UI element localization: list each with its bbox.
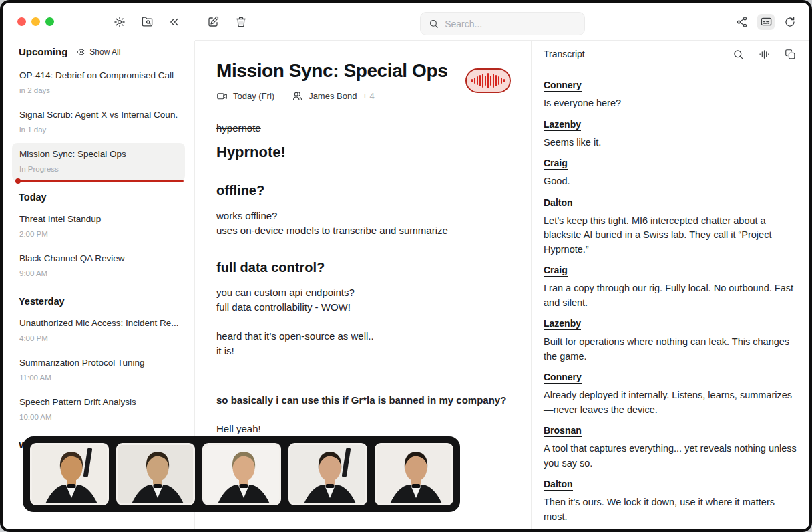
transcript-entry: CraigI ran a copy through our rig. Fully… bbox=[544, 264, 797, 310]
note-block-p-bold: so basically i can use this if Gr*la is … bbox=[216, 393, 512, 408]
attendees-icon bbox=[292, 90, 303, 102]
waveform-bar bbox=[501, 78, 502, 84]
sidebar-item-subtitle: 9:00 AM bbox=[19, 269, 178, 277]
sidebar-item[interactable]: Summarization Protocol Tuning11:00 AM bbox=[12, 352, 185, 390]
speaker-photo-dalton[interactable] bbox=[375, 443, 453, 505]
app-window: Upcoming Show All OP-414: Debrief on Com… bbox=[0, 0, 812, 532]
note-date[interactable]: Today (Fri) bbox=[233, 91, 274, 101]
sidebar-item-title: Summarization Protocol Tuning bbox=[19, 358, 178, 368]
sidebar-group-heading: Yesterday bbox=[3, 287, 194, 311]
note-line: so basically i can use this if Gr*la is … bbox=[216, 393, 512, 408]
speaker-photo-brosnan[interactable] bbox=[288, 443, 367, 505]
window-toolbar-right bbox=[733, 3, 799, 41]
collapse-sidebar-icon[interactable] bbox=[166, 14, 183, 30]
transcript-panel: Transcript bbox=[531, 41, 809, 529]
top-toolbar bbox=[3, 3, 809, 41]
transcript-speaker[interactable]: Lazenby bbox=[544, 119, 581, 131]
note-title[interactable]: Mission Sync: Special Ops bbox=[216, 61, 447, 82]
transcript-body: ConneryIs everyone here?LazenbySeems lik… bbox=[532, 68, 809, 529]
sidebar-group-heading: Today bbox=[3, 182, 194, 207]
transcript-speaker[interactable]: Connery bbox=[544, 80, 582, 92]
sidebar-item-subtitle: in 1 day bbox=[19, 126, 178, 134]
refresh-plus-icon[interactable] bbox=[781, 14, 799, 30]
sidebar-item-subtitle: In Progress bbox=[19, 165, 178, 173]
transcript-entry: CraigGood. bbox=[544, 157, 797, 189]
close-button[interactable] bbox=[17, 17, 26, 26]
transcript-text: Then it’s ours. We lock it down, use it … bbox=[544, 495, 797, 524]
zoom-button[interactable] bbox=[45, 17, 54, 26]
minimize-button[interactable] bbox=[31, 17, 40, 26]
recording-progress-line bbox=[17, 180, 184, 182]
transcript-text: Seems like it. bbox=[544, 136, 797, 150]
note-block-h2: Hyprnote! bbox=[216, 144, 512, 161]
transcript-title: Transcript bbox=[544, 49, 585, 59]
share-icon[interactable] bbox=[733, 14, 751, 30]
sidebar-item-title: Threat Intel Standup bbox=[19, 214, 178, 224]
waveform-bar bbox=[485, 76, 486, 86]
sidebar-item-subtitle: in 2 days bbox=[19, 86, 178, 94]
note-line: Hell yeah! bbox=[216, 422, 512, 436]
settings-icon[interactable] bbox=[111, 14, 128, 30]
eye-icon bbox=[77, 47, 86, 57]
transcript-speaker[interactable]: Craig bbox=[544, 265, 568, 277]
note-line: heard that it’s open-source as well.. bbox=[216, 329, 512, 344]
audio-lines-icon[interactable] bbox=[755, 46, 773, 62]
trash-icon[interactable] bbox=[232, 14, 250, 30]
sidebar-item[interactable]: Unauthorized Mic Access: Incident Re...4… bbox=[12, 312, 185, 350]
attendee-extra-count[interactable]: + 4 bbox=[362, 91, 374, 101]
note-line: full data controllability - WOW! bbox=[216, 300, 512, 315]
transcript-search-icon[interactable] bbox=[729, 46, 747, 62]
note-block-strike: hypernote bbox=[216, 122, 512, 134]
transcript-entry: LazenbySeems like it. bbox=[544, 118, 797, 150]
sidebar-item-title: OP-414: Debrief on Compromised Call bbox=[19, 70, 178, 80]
transcript-speaker[interactable]: Lazenby bbox=[544, 318, 581, 330]
captions-icon[interactable] bbox=[757, 14, 775, 30]
note-block-p: heard that it’s open-source as well..it … bbox=[216, 329, 512, 358]
traffic-lights bbox=[3, 17, 76, 26]
note-line: uses on-device models to transcribe and … bbox=[216, 223, 512, 238]
note-block-p: you can custom api endpoints?full data c… bbox=[216, 285, 512, 315]
sidebar-item[interactable]: Threat Intel Standup2:00 PM bbox=[12, 208, 185, 246]
waveform-bar bbox=[493, 74, 494, 88]
transcript-speaker[interactable]: Craig bbox=[544, 158, 568, 170]
transcript-speaker[interactable]: Dalton bbox=[544, 479, 573, 491]
transcript-speaker[interactable]: Dalton bbox=[544, 197, 573, 209]
transcript-entry: ConneryAlready deployed it internally. L… bbox=[544, 371, 797, 417]
transcript-text: Already deployed it internally. Listens,… bbox=[544, 388, 797, 417]
transcript-text: A tool that captures everything... yet r… bbox=[544, 442, 797, 471]
note-body[interactable]: hypernoteHyprnote!offline?works offline?… bbox=[195, 122, 531, 436]
folder-search-icon[interactable] bbox=[138, 14, 156, 30]
sidebar-title: Upcoming bbox=[19, 46, 67, 57]
transcript-text: Good. bbox=[544, 174, 797, 189]
transcript-entry: ConneryIs everyone here? bbox=[544, 79, 797, 111]
note-attendee[interactable]: James Bond bbox=[309, 91, 357, 101]
sidebar-item[interactable]: Signal Scrub: Agent X vs Internal Coun..… bbox=[12, 104, 185, 142]
note-line: works offline? bbox=[216, 209, 512, 223]
transcript-entry: LazenbyBuilt for operations where nothin… bbox=[544, 317, 797, 364]
transcript-entry: BrosnanA tool that captures everything..… bbox=[544, 424, 797, 471]
transcript-text: Let’s keep this tight. MI6 intercepted c… bbox=[544, 214, 797, 257]
record-button[interactable] bbox=[465, 68, 511, 93]
sidebar-toolbar bbox=[3, 14, 195, 30]
note-block-p: Hell yeah! bbox=[216, 422, 512, 436]
sidebar-item[interactable]: Mission Sync: Special OpsIn Progress bbox=[12, 143, 185, 181]
speaker-photo-lazenby[interactable] bbox=[116, 443, 195, 505]
waveform-bar bbox=[477, 76, 478, 85]
speaker-photo-connery[interactable] bbox=[30, 443, 109, 505]
waveform-bar bbox=[503, 79, 505, 82]
transcript-speaker[interactable]: Connery bbox=[544, 372, 582, 384]
sidebar-item[interactable]: OP-414: Debrief on Compromised Callin 2 … bbox=[12, 64, 185, 102]
sidebar-item[interactable]: Black Channel QA Review9:00 AM bbox=[12, 247, 185, 285]
note-block-p: works offline?uses on-device models to t… bbox=[216, 209, 512, 238]
copy-icon[interactable] bbox=[781, 46, 799, 62]
search-input[interactable] bbox=[445, 19, 576, 29]
speaker-photo-craig[interactable] bbox=[202, 443, 281, 505]
sidebar-item-subtitle: 10:00 AM bbox=[19, 413, 178, 421]
transcript-speaker[interactable]: Brosnan bbox=[544, 425, 582, 437]
sidebar-toolbar-icons bbox=[111, 14, 195, 30]
new-note-icon[interactable] bbox=[204, 14, 222, 30]
show-all-button[interactable]: Show All bbox=[77, 47, 120, 57]
note-line: it is! bbox=[216, 344, 512, 358]
sidebar-item[interactable]: Speech Pattern Drift Analysis10:00 AM bbox=[12, 391, 185, 429]
waveform-bar bbox=[498, 76, 499, 85]
